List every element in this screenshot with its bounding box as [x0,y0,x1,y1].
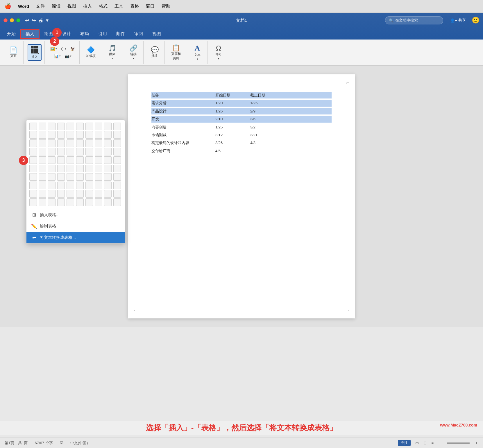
grid-cell[interactable] [67,182,74,189]
maximize-button[interactable] [16,18,20,22]
grid-cell[interactable] [48,198,56,206]
view-grid[interactable]: ⊞ [423,441,427,445]
grid-cell[interactable] [39,148,46,155]
grid-cell[interactable] [104,198,112,206]
grid-cell[interactable] [48,190,56,198]
more-button[interactable]: ▾ [46,17,49,24]
grid-cell[interactable] [29,198,37,206]
shape-dropdown[interactable]: ▾ [65,47,66,50]
table-grid-selector[interactable]: // Grid cells rendered inline below [26,120,125,209]
grid-cell[interactable] [104,190,112,198]
grid-cell[interactable] [57,156,65,164]
grid-cell[interactable] [85,190,93,198]
grid-cell[interactable] [39,123,46,130]
smiley-icon[interactable]: 🙂 [472,17,480,24]
grid-cell[interactable] [39,190,46,198]
grid-cell[interactable] [39,156,46,164]
grid-cell[interactable] [113,123,121,130]
grid-cell[interactable] [48,165,56,172]
tab-reference[interactable]: 引用 [94,29,112,38]
grid-cell[interactable] [85,156,93,164]
grid-cell[interactable] [95,156,102,164]
tab-insert[interactable]: 插入 [20,29,40,39]
grid-cell[interactable] [76,131,84,139]
menubar-format[interactable]: 格式 [99,3,108,9]
grid-cell[interactable] [29,148,37,155]
grid-cell[interactable] [57,139,65,147]
menu-insert-table[interactable]: ⊞ 插入表格... [26,209,125,221]
grid-cell[interactable] [113,198,121,206]
spellcheck-icon[interactable]: ☑ [60,441,63,445]
text-button[interactable]: A 文本 ▾ [190,43,204,62]
grid-cell[interactable] [104,156,112,164]
grid-cell[interactable] [85,139,93,147]
grid-cell[interactable] [76,139,84,147]
grid-cell[interactable] [104,173,112,181]
grid-cell[interactable] [67,131,74,139]
view-list[interactable]: ≡ [431,441,434,445]
comment-button[interactable]: 💬 批注 [148,46,162,59]
menubar-window[interactable]: 窗口 [146,3,155,9]
grid-cell[interactable] [76,173,84,181]
grid-cell[interactable] [39,173,46,181]
grid-cell[interactable] [76,148,84,155]
search-bar[interactable]: 🔍 在文档中搜索 [385,16,443,24]
grid-cell[interactable] [104,165,112,172]
grid-cell[interactable] [39,198,46,206]
grid-cell[interactable] [67,123,74,130]
grid-cell[interactable] [85,182,93,189]
symbol-button[interactable]: Ω 符号 ▾ [212,44,226,61]
apple-icon[interactable]: 🍎 [5,3,11,10]
grid-cell[interactable] [67,165,74,172]
grid-cell[interactable] [67,156,74,164]
grid-cell[interactable] [85,123,93,130]
grid-cell[interactable] [113,190,121,198]
menu-convert-table[interactable]: ⇌ 将文本转换成表格... [26,232,125,243]
grid-cell[interactable] [95,173,102,181]
tab-mail[interactable]: 邮件 [112,29,130,38]
grid-cell[interactable] [67,198,74,206]
grid-cell[interactable] [57,198,65,206]
grid-cell[interactable] [113,156,121,164]
menu-draw-table[interactable]: ✏️ 绘制表格 [26,221,125,232]
grid-cell[interactable] [104,139,112,147]
grid-cell[interactable] [48,182,56,189]
grid-cell[interactable] [95,190,102,198]
view-normal[interactable]: ▭ [415,441,419,445]
grid-cell[interactable] [95,148,102,155]
grid-cell[interactable] [95,198,102,206]
screenshot-dropdown[interactable]: ▾ [70,55,71,58]
icon-button[interactable]: 🦅 [69,46,76,52]
grid-cell[interactable] [113,148,121,155]
link-button[interactable]: 🔗 链接 ▾ [126,44,140,61]
chart-dropdown[interactable]: ▾ [59,55,61,58]
grid-cell[interactable] [48,131,56,139]
menubar-word[interactable]: Word [18,4,29,9]
focus-mode[interactable]: 专注 [398,440,411,446]
page-button[interactable]: 📄 页面 [6,46,20,59]
grid-cell[interactable] [95,131,102,139]
grid-cell[interactable] [85,165,93,172]
grid-cell[interactable] [76,165,84,172]
grid-cell[interactable] [57,123,65,130]
grid-cell[interactable] [29,131,37,139]
grid-cell[interactable] [85,173,93,181]
grid-cell[interactable] [95,139,102,147]
zoom-plus[interactable]: ＋ [475,440,478,446]
grid-cell[interactable] [113,139,121,147]
grid-cell[interactable] [48,173,56,181]
grid-cell[interactable] [67,139,74,147]
menubar-file[interactable]: 文件 [36,3,45,9]
grid-cell[interactable] [57,165,65,172]
grid-cell[interactable] [57,190,65,198]
grid-cell[interactable] [113,182,121,189]
share-button[interactable]: 👤+ 共享 [450,18,466,23]
grid-cell[interactable] [29,123,37,130]
menubar-edit[interactable]: 编辑 [52,3,60,9]
menubar-insert[interactable]: 插入 [83,3,92,9]
grid-cell[interactable] [104,148,112,155]
grid-cell[interactable] [85,131,93,139]
grid-cell[interactable] [95,123,102,130]
tab-start[interactable]: 开始 [2,29,20,38]
menubar-help[interactable]: 帮助 [162,3,170,9]
